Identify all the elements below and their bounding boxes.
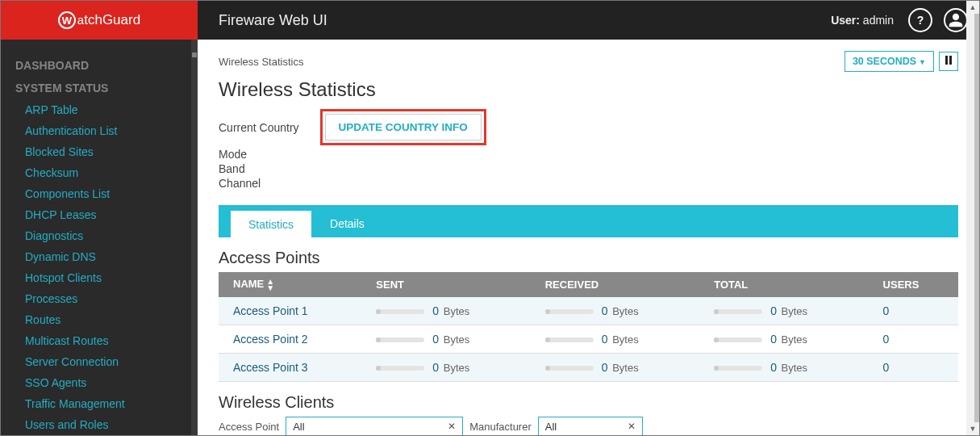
ap-name: Access Point 3	[219, 353, 361, 381]
table-row[interactable]: Access Point 10 Bytes0 Bytes0 Bytes0	[219, 297, 958, 325]
sidebar-item-processes[interactable]: Processes	[1, 288, 198, 309]
channel-label: Channel	[219, 176, 958, 191]
update-country-highlight: UPDATE COUNTRY INFO	[320, 109, 486, 145]
sidebar-item-authentication-list[interactable]: Authentication List	[1, 120, 198, 141]
sidebar-item-sso-agents[interactable]: SSO Agents	[1, 372, 198, 393]
pause-button[interactable]	[939, 52, 958, 71]
sidebar-item-dhcp-leases[interactable]: DHCP Leases	[1, 204, 198, 225]
sidebar-item-blocked-sites[interactable]: Blocked Sites	[1, 141, 198, 162]
sidebar-item-routes[interactable]: Routes	[1, 309, 198, 330]
tab-bar: Statistics Details	[219, 205, 958, 237]
access-points-table: NAME▲▼ SENT RECEIVED TOTAL USERS Access …	[219, 272, 958, 382]
sidebar-item-components-list[interactable]: Components List	[1, 183, 198, 204]
wireless-clients-heading: Wireless Clients	[219, 393, 958, 412]
col-sent[interactable]: SENT	[361, 272, 530, 297]
mode-label: Mode	[219, 147, 958, 161]
clear-icon[interactable]: ✕	[448, 421, 456, 432]
svg-rect-1	[949, 56, 952, 65]
sidebar-heading-dashboard[interactable]: DASHBOARD	[1, 54, 198, 77]
ap-received: 0 Bytes	[531, 325, 699, 353]
table-row[interactable]: Access Point 20 Bytes0 Bytes0 Bytes0	[219, 325, 958, 353]
ap-total: 0 Bytes	[699, 325, 868, 353]
col-users[interactable]: USERS	[869, 272, 958, 297]
manufacturer-filter-label: Manufacturer	[469, 421, 532, 433]
sidebar-item-multicast-routes[interactable]: Multicast Routes	[1, 330, 198, 351]
sidebar-item-users-and-roles[interactable]: Users and Roles	[1, 414, 198, 435]
ap-users: 0	[869, 353, 958, 381]
tab-statistics[interactable]: Statistics	[230, 210, 312, 237]
update-country-info-button[interactable]: UPDATE COUNTRY INFO	[325, 114, 482, 140]
current-country-label: Current Country	[219, 121, 299, 134]
page-scrollbar[interactable]: ▲ ▼	[966, 1, 979, 435]
top-bar: WatchGuard Fireware Web UI User: admin ?	[1, 1, 979, 40]
sort-icon: ▲▼	[266, 279, 274, 291]
refresh-interval-dropdown[interactable]: 30 SECONDS▼	[844, 51, 934, 72]
ap-users: 0	[869, 297, 958, 325]
sidebar-item-checksum[interactable]: Checksum	[1, 162, 198, 183]
sidebar-item-diagnostics[interactable]: Diagnostics	[1, 225, 198, 246]
sidebar-item-arp-table[interactable]: ARP Table	[1, 99, 198, 120]
ap-sent: 0 Bytes	[361, 325, 530, 353]
breadcrumb: Wireless Statistics	[219, 56, 303, 68]
clear-icon[interactable]: ✕	[628, 421, 636, 432]
ap-total: 0 Bytes	[699, 297, 868, 325]
scroll-down-icon[interactable]: ▼	[966, 422, 979, 435]
scroll-up-icon[interactable]: ▲	[966, 1, 979, 14]
page-title: Wireless Statistics	[219, 78, 958, 101]
svg-rect-0	[945, 56, 948, 65]
user-menu-icon[interactable]	[944, 8, 968, 32]
sidebar-heading-system-status[interactable]: SYSTEM STATUS	[1, 77, 198, 99]
pause-icon	[945, 56, 953, 65]
sidebar-item-server-connection[interactable]: Server Connection	[1, 351, 198, 372]
access-point-filter-select[interactable]: All✕	[286, 417, 463, 435]
ap-sent: 0 Bytes	[361, 297, 530, 325]
app-title: Fireware Web UI	[219, 12, 327, 29]
sidebar-scrollbar[interactable]	[191, 40, 198, 435]
manufacturer-filter-select[interactable]: All✕	[538, 417, 643, 435]
col-name[interactable]: NAME▲▼	[219, 272, 361, 297]
ap-users: 0	[869, 325, 958, 353]
brand-logo[interactable]: WatchGuard	[1, 1, 198, 40]
sidebar-item-traffic-management[interactable]: Traffic Management	[1, 393, 198, 414]
ap-name: Access Point 2	[219, 325, 361, 353]
col-received[interactable]: RECEIVED	[531, 272, 699, 297]
ap-total: 0 Bytes	[699, 353, 868, 381]
sidebar-item-dynamic-dns[interactable]: Dynamic DNS	[1, 246, 198, 267]
sidebar: DASHBOARD SYSTEM STATUS ARP TableAuthent…	[1, 40, 198, 435]
sidebar-item-hotspot-clients[interactable]: Hotspot Clients	[1, 267, 198, 288]
tab-details[interactable]: Details	[312, 210, 382, 237]
caret-down-icon: ▼	[919, 58, 926, 66]
col-total[interactable]: TOTAL	[699, 272, 868, 297]
user-label: User: admin	[831, 14, 894, 27]
help-icon[interactable]: ?	[908, 8, 932, 32]
ap-name: Access Point 1	[219, 297, 361, 325]
ap-received: 0 Bytes	[531, 297, 699, 325]
access-point-filter-label: Access Point	[219, 421, 279, 433]
access-points-heading: Access Points	[219, 249, 958, 267]
ap-sent: 0 Bytes	[361, 353, 530, 381]
table-row[interactable]: Access Point 30 Bytes0 Bytes0 Bytes0	[219, 353, 958, 381]
band-label: Band	[219, 161, 958, 176]
main-content: Wireless Statistics 30 SECONDS▼ Wireless…	[198, 40, 979, 435]
ap-received: 0 Bytes	[531, 353, 699, 381]
